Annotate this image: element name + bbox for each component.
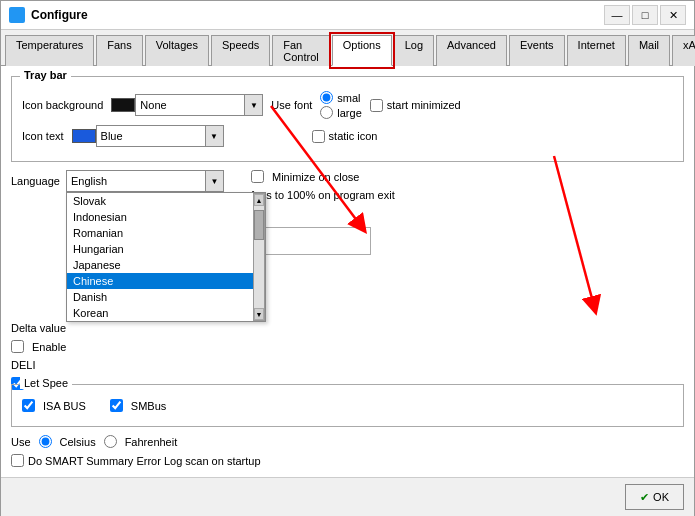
start-minimized-row: start minimized [370,99,461,112]
tab-mail[interactable]: Mail [628,35,670,66]
titlebar-controls: — □ ✕ [604,5,686,25]
start-minimized-checkbox[interactable] [370,99,383,112]
static-icon-row: static icon [312,130,378,143]
language-dropdown-popup: Slovak Indonesian Romanian Hungarian Jap… [66,192,266,322]
ok-button[interactable]: ✔ OK [625,484,684,510]
isa-bus-label: ISA BUS [43,400,86,412]
lang-item-indonesian[interactable]: Indonesian [67,209,253,225]
icon-text-select[interactable]: Blue [96,125,206,147]
delta-label: Delta value [11,322,66,334]
let-speed-title: Let Spee [20,377,72,389]
tray-bar-section: Tray bar Icon background None ▼ Use font… [11,76,684,162]
icon-background-select[interactable]: None [135,94,245,116]
icon-text-input: Blue ▼ [72,125,224,147]
window-title: Configure [31,8,88,22]
scroll-thumb [254,210,264,240]
tab-fans[interactable]: Fans [96,35,142,66]
tray-bar-title: Tray bar [20,69,71,81]
tab-speeds[interactable]: Speeds [211,35,270,66]
smbus-checkbox[interactable] [110,399,123,412]
lang-item-romanian[interactable]: Romanian [67,225,253,241]
language-row: Language ▼ Slovak Indonesian [11,170,241,192]
language-input-row: ▼ [66,170,224,192]
main-window: Configure — □ ✕ Temperatures Fans Voltag… [0,0,695,516]
lang-item-japanese[interactable]: Japanese [67,257,253,273]
enable-label: Enable [32,341,66,353]
radio-large[interactable] [320,106,333,119]
delta-value-row: Delta value [11,322,241,334]
enable-row: Enable [11,340,241,353]
celsius-label: Celsius [60,436,96,448]
font-radio-group: smal large [320,91,361,119]
titlebar: Configure — □ ✕ [1,1,694,30]
language-list: Slovak Indonesian Romanian Hungarian Jap… [67,193,253,321]
icon-text-label: Icon text [22,130,64,142]
lang-item-chinese[interactable]: Chinese [67,273,253,289]
icon-bg-color-box [111,98,135,112]
tab-temperatures[interactable]: Temperatures [5,35,94,66]
use-font-label: Use font [271,99,312,111]
left-col: Language ▼ Slovak Indonesian [11,170,241,396]
minimize-button[interactable]: — [604,5,630,25]
isa-bus-checkbox[interactable] [22,399,35,412]
radio-large-row: large [320,106,361,119]
smbus-label: SMBus [131,400,166,412]
on-row: on [251,207,684,219]
icon-background-label: Icon background [22,99,103,111]
ok-check-icon: ✔ [640,491,649,504]
language-text-input[interactable] [66,170,206,192]
radio-small-row: smal [320,91,361,104]
smart-label: Do SMART Summary Error Log scan on start… [28,455,261,467]
fahrenheit-label: Fahrenheit [125,436,178,448]
lang-item-korean[interactable]: Korean [67,305,253,321]
lang-item-hungarian[interactable]: Hungarian [67,241,253,257]
language-dropdown-btn[interactable]: ▼ [206,170,224,192]
tab-voltages[interactable]: Voltages [145,35,209,66]
tab-fan-control[interactable]: Fan Control [272,35,329,66]
dropdown-list-container: Slovak Indonesian Romanian Hungarian Jap… [67,193,265,321]
radio-small[interactable] [320,91,333,104]
ok-label: OK [653,491,669,503]
icon-text-arrow[interactable]: ▼ [206,125,224,147]
close-button[interactable]: ✕ [660,5,686,25]
temp-unit-row: Use Celsius Fahrenheit [11,435,684,448]
icon-text-row: Icon text Blue ▼ static icon [22,125,673,147]
icon-text-color-box [72,129,96,143]
minimize-on-close-label: Minimize on close [272,171,359,183]
minimize-on-close-checkbox[interactable] [251,170,264,183]
static-icon-checkbox[interactable] [312,130,325,143]
enable-checkbox[interactable] [11,340,24,353]
use-label: Use [11,436,31,448]
tab-events[interactable]: Events [509,35,565,66]
tab-advanced[interactable]: Advanced [436,35,507,66]
icon-background-arrow[interactable]: ▼ [245,94,263,116]
tab-bar: Temperatures Fans Voltages Speeds Fan Co… [1,30,694,66]
lang-item-danish[interactable]: Danish [67,289,253,305]
app-icon [9,7,25,23]
tab-xap[interactable]: xAP [672,35,695,66]
scroll-up-btn[interactable]: ▲ [254,194,264,206]
start-minimized-label: start minimized [387,99,461,111]
bus-row: ISA BUS SMBus [22,399,673,412]
right-col: Minimize on close fans to 100% on progra… [251,170,684,396]
dropdown-scrollbar[interactable]: ▲ ▼ [253,193,265,321]
tab-internet[interactable]: Internet [567,35,626,66]
minimize-on-close-row: Minimize on close [251,170,684,183]
fans-100-row: fans to 100% on program exit [251,189,684,201]
static-icon-label: static icon [329,130,378,142]
language-dropdown-wrapper: ▼ Slovak Indonesian Romanian Hungarian [66,170,224,192]
tab-options[interactable]: Options [332,35,392,66]
tab-log[interactable]: Log [394,35,434,66]
fahrenheit-radio[interactable] [104,435,117,448]
dotted-box [251,227,371,255]
middle-section: Language ▼ Slovak Indonesian [11,170,684,396]
maximize-button[interactable]: □ [632,5,658,25]
smart-checkbox[interactable] [11,454,24,467]
lang-item-slovak[interactable]: Slovak [67,193,253,209]
icon-background-input: None ▼ [111,94,263,116]
celsius-radio[interactable] [39,435,52,448]
scroll-down-btn[interactable]: ▼ [254,308,264,320]
deli-row: DELI [11,359,241,371]
let-speed-section: Let Spee ISA BUS SMBus [11,384,684,427]
smart-row: Do SMART Summary Error Log scan on start… [11,454,684,467]
